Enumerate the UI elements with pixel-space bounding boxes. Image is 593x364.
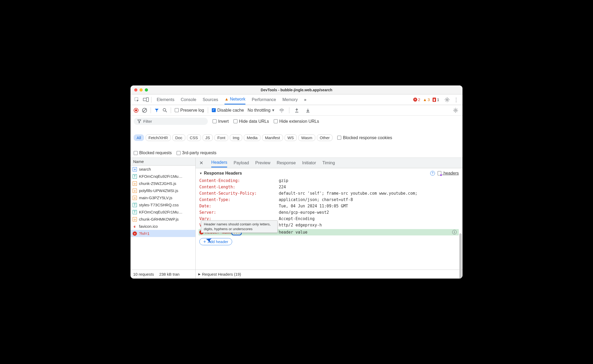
upload-har-icon[interactable]: [293, 107, 300, 114]
download-har-icon[interactable]: [304, 107, 312, 114]
header-name: Content-Security-Policy:: [199, 191, 279, 196]
chip-css[interactable]: CSS: [187, 134, 201, 141]
status-badges: ✕2 ▲ 3 ▮1: [413, 97, 439, 102]
header-name: Server:: [199, 210, 279, 215]
request-row[interactable]: ◇main-G3PZY5LV.js: [131, 194, 195, 201]
tab-console[interactable]: Console: [181, 95, 196, 104]
help-icon[interactable]: ?: [430, 171, 435, 176]
chip-other[interactable]: Other: [317, 134, 333, 141]
chip-fetch[interactable]: Fetch/XHR: [146, 134, 171, 141]
device-mode-icon[interactable]: [142, 96, 150, 103]
window-title: DevTools - bubble-jingle.web.app/search: [131, 88, 462, 92]
header-name: Content-Encoding:: [199, 178, 279, 183]
network-settings-icon[interactable]: [452, 107, 459, 114]
warning-icon: ▲: [224, 97, 230, 101]
filter-bar: Filter Invert Hide data URLs Hide extens…: [131, 116, 462, 158]
clear-button[interactable]: [142, 108, 147, 113]
request-row[interactable]: ≡search: [131, 166, 195, 173]
detail-pane: ✕ Headers Payload Preview Response Initi…: [196, 158, 462, 270]
blocked-requests-checkbox[interactable]: Blocked requests: [134, 151, 172, 155]
tab-performance[interactable]: Performance: [252, 95, 276, 104]
request-row[interactable]: ◇polyfills-UPW4ZMSI.js: [131, 187, 195, 194]
tab-memory[interactable]: Memory: [282, 95, 298, 104]
headers-body: ▼ Response Headers ? .headers Content-En…: [196, 168, 462, 270]
request-row[interactable]: ◇chunk-Z5WZJGHS.js: [131, 180, 195, 187]
disable-cache-checkbox[interactable]: Disable cache: [212, 108, 244, 113]
header-value: application/json; charset=utf-8: [279, 197, 459, 202]
header-value: 224: [279, 185, 459, 189]
dtab-headers[interactable]: Headers: [211, 158, 227, 167]
info-icon[interactable]: i: [452, 230, 457, 234]
request-list-pane: Name ≡searchTKFOmCnqEu92Fr1Mu…◇chunk-Z5W…: [131, 158, 196, 270]
chevron-down-icon: ▾: [272, 108, 274, 113]
editable-header-value[interactable]: header valuei: [279, 230, 459, 235]
dtab-timing[interactable]: Timing: [322, 159, 335, 167]
header-name: Content-Length:: [199, 185, 279, 189]
blocked-cookies-checkbox[interactable]: Blocked response cookies: [337, 135, 392, 140]
checkbox-checked-icon: [212, 108, 216, 112]
more-icon[interactable]: ⋮: [452, 96, 460, 103]
chip-font[interactable]: Font: [214, 134, 228, 141]
svg-point-7: [455, 110, 456, 111]
tab-sources[interactable]: Sources: [203, 95, 218, 104]
request-row[interactable]: TKFOmCnqEu92Fr1Mu…: [131, 173, 195, 180]
close-window-button[interactable]: [134, 88, 137, 92]
disclosure-triangle-icon: ▼: [199, 172, 202, 175]
invert-checkbox[interactable]: Invert: [213, 119, 229, 124]
chip-doc[interactable]: Doc: [172, 134, 185, 141]
request-row[interactable]: TKFOmCnqEu92Fr1Mu…: [131, 208, 195, 216]
tab-elements[interactable]: Elements: [157, 95, 174, 104]
inspect-icon[interactable]: [133, 96, 141, 103]
throttling-select[interactable]: No throttling ▾: [248, 108, 274, 113]
chip-manifest[interactable]: Manifest: [262, 134, 283, 141]
header-value: default-src 'self'; frame-src youtube.co…: [279, 191, 459, 196]
request-name: polyfills-UPW4ZMSI.js: [139, 188, 178, 193]
issues-badge[interactable]: ▮1: [433, 97, 439, 102]
request-row[interactable]: ◐favicon.ico: [131, 223, 195, 230]
close-details-icon[interactable]: ✕: [199, 160, 203, 166]
chip-js[interactable]: JS: [203, 134, 213, 141]
svg-point-3: [446, 99, 448, 101]
hide-ext-urls-checkbox[interactable]: Hide extension URLs: [274, 119, 319, 124]
hide-data-urls-checkbox[interactable]: Hide data URLs: [233, 119, 269, 124]
network-conditions-icon[interactable]: [278, 107, 285, 114]
chip-ws[interactable]: WS: [285, 134, 297, 141]
request-row[interactable]: Tstyles-T73CSHRQ.css: [131, 201, 195, 208]
dtab-response[interactable]: Response: [277, 159, 296, 167]
request-row[interactable]: ✕?lvl=1: [131, 230, 195, 237]
request-headers-section[interactable]: ▶ Request Headers (19): [196, 272, 244, 276]
headers-file-link[interactable]: .headers: [438, 171, 459, 176]
error-badge[interactable]: ✕2: [413, 97, 420, 102]
more-tabs-icon[interactable]: »: [304, 95, 306, 104]
file-icon: [438, 171, 441, 175]
chip-all[interactable]: All: [134, 134, 144, 141]
search-icon[interactable]: [163, 108, 167, 112]
third-party-checkbox[interactable]: 3rd-party requests: [177, 151, 217, 155]
add-header-button[interactable]: + Add header: [199, 238, 232, 245]
dtab-payload[interactable]: Payload: [233, 159, 249, 167]
preserve-log-checkbox[interactable]: Preserve log: [175, 108, 204, 113]
tab-network[interactable]: ▲ Network: [224, 95, 245, 104]
dtab-preview[interactable]: Preview: [255, 159, 270, 167]
disclosure-triangle-icon: ▶: [198, 272, 200, 276]
filter-icon[interactable]: [155, 108, 159, 112]
devtools-window: DevTools - bubble-jingle.web.app/search …: [131, 85, 462, 279]
dtab-initiator[interactable]: Initiator: [302, 159, 316, 167]
maximize-window-button[interactable]: [145, 88, 148, 92]
record-button[interactable]: [134, 108, 138, 113]
header-value: deno/gcp-europe-west2: [279, 210, 459, 215]
minimize-window-button[interactable]: [140, 88, 143, 92]
scrollbar[interactable]: [459, 233, 462, 279]
settings-icon[interactable]: [443, 96, 451, 103]
filter-input[interactable]: Filter: [134, 118, 208, 125]
chip-wasm[interactable]: Wasm: [298, 134, 315, 141]
filter-placeholder: Filter: [143, 119, 152, 124]
request-row[interactable]: ◇chunk-GRHMKOWP.js: [131, 216, 195, 223]
titlebar: DevTools - bubble-jingle.web.app/search: [131, 85, 462, 94]
svg-point-4: [163, 108, 166, 111]
chip-img[interactable]: Img: [230, 134, 242, 141]
response-headers-section[interactable]: ▼ Response Headers ? .headers: [199, 171, 459, 176]
warning-badge[interactable]: ▲ 3: [423, 97, 430, 102]
chip-media[interactable]: Media: [244, 134, 260, 141]
column-header-name[interactable]: Name: [131, 158, 195, 166]
